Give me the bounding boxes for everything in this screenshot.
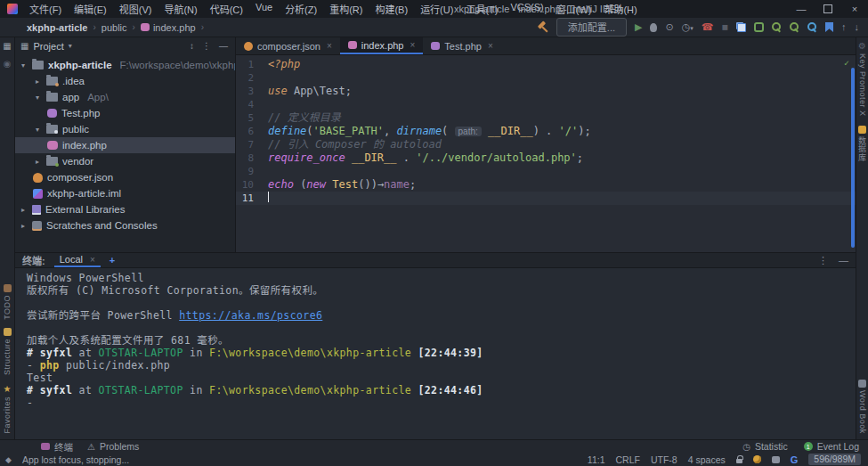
menu-item[interactable]: Vue [249, 0, 279, 18]
code-editor[interactable]: ✓ 1<?php23use App\Test;45// 定义根目录6define… [236, 55, 856, 252]
close-tab-icon[interactable]: × [327, 41, 332, 51]
tree-row[interactable]: ▸vendor [15, 153, 235, 169]
tree-row[interactable]: index.php [15, 137, 235, 153]
problems-bar-button[interactable]: ⚠ Problems [87, 441, 139, 452]
terminal-link[interactable]: https://aka.ms/pscore6 [179, 309, 322, 322]
line-number: 1 [236, 58, 268, 71]
robot-icon[interactable] [772, 456, 780, 463]
favorites-tool-button[interactable]: ★ Favorites [3, 384, 12, 434]
editor-scrollbar[interactable] [851, 68, 855, 248]
attach-process-icon[interactable]: ☎ [702, 22, 714, 32]
key-promoter-tool-button[interactable]: ⚙ Key Promoter X [858, 42, 867, 117]
event-log-button[interactable]: 1 Event Log [804, 441, 859, 452]
chevron-down-icon[interactable]: ▾ [33, 94, 42, 102]
terminal-options-kebab-icon[interactable]: ⋮ [818, 255, 828, 266]
chevron-right-icon[interactable]: ▸ [19, 222, 28, 230]
status-bar: ◆ App lost focus, stopping... 11:1 CRLF … [0, 453, 868, 466]
statistic-button[interactable]: ◷ Statistic [742, 441, 788, 452]
caret-position[interactable]: 11:1 [588, 454, 605, 465]
menu-item[interactable]: 导航(N) [158, 0, 203, 18]
terminal-hide-icon[interactable]: — [839, 255, 848, 266]
editor-tab-index.php[interactable]: index.php× [340, 37, 424, 54]
close-tab-icon[interactable]: × [488, 41, 493, 51]
word-book-tool-button[interactable]: Word Book [858, 380, 867, 434]
tree-row[interactable]: ▾xkphp-articleF:\workspace\demo\xkphp-ar… [15, 57, 235, 73]
menu-item[interactable]: 运行(U) [414, 0, 459, 18]
maximize-icon[interactable] [815, 0, 841, 18]
memory-indicator[interactable]: 596/989M [808, 454, 861, 465]
menu-item[interactable]: 重构(R) [323, 0, 369, 18]
line-ending[interactable]: CRLF [616, 454, 640, 465]
breadcrumb-item[interactable]: index.php [141, 22, 196, 33]
close-tab-icon[interactable]: × [410, 40, 416, 50]
options-kebab-icon[interactable]: ⋮ [202, 41, 211, 51]
run-icon[interactable]: ▶ [635, 22, 642, 32]
inspections-ok-icon[interactable]: ✓ [844, 56, 849, 69]
chevron-right-icon[interactable]: ▸ [33, 78, 42, 86]
replace-icon[interactable] [790, 22, 799, 32]
commit-tool-icon[interactable]: ◉ [4, 60, 12, 69]
terminal-bar-button[interactable]: 终端 [41, 440, 73, 454]
tree-row[interactable]: ▸External Libraries [15, 201, 235, 217]
menu-item[interactable]: 编辑(E) [68, 0, 113, 18]
menu-item[interactable]: 构建(B) [369, 0, 414, 18]
menu-item[interactable]: 文件(F) [23, 0, 68, 18]
chevron-down-icon[interactable]: ▾ [19, 61, 28, 69]
stop-icon[interactable]: ◼ [722, 23, 728, 31]
copy-icon[interactable] [736, 22, 746, 32]
tree-row[interactable]: xkphp-article.iml [15, 185, 235, 201]
chevron-right-icon[interactable]: ▸ [33, 158, 42, 166]
translate-g-icon[interactable]: G [791, 454, 799, 465]
profiler-icon[interactable]: ◷▾ [682, 22, 694, 32]
collapse-all-icon[interactable]: ↕ [190, 41, 194, 51]
find-icon[interactable] [772, 22, 782, 32]
editor-tab-composer.json[interactable]: composer.json× [236, 37, 340, 54]
tree-row[interactable]: ▾public [15, 121, 235, 137]
file-encoding[interactable]: UTF-8 [651, 454, 677, 465]
code-line: 4 [236, 98, 856, 111]
build-hammer-icon[interactable] [537, 21, 548, 33]
editor-tab-Test.php[interactable]: Test.php× [423, 37, 500, 54]
code-token: ) . [533, 125, 559, 137]
tree-row[interactable]: ▸.idea [15, 73, 235, 89]
tree-row[interactable]: ▾appApp\ [15, 89, 235, 105]
coverage-icon[interactable]: ⊙ [665, 22, 673, 32]
tool-window-switcher-icon[interactable]: ◆ [5, 455, 12, 464]
structure-tool-button[interactable]: Structure [3, 328, 12, 375]
breadcrumb-item[interactable]: public [101, 22, 127, 33]
debug-icon[interactable] [650, 23, 657, 32]
terminal-tool-icon[interactable] [754, 22, 764, 32]
breadcrumb-item[interactable]: xkphp-article [27, 22, 87, 33]
notification-gear-icon[interactable] [753, 455, 761, 463]
run-config-select[interactable]: 添加配置... [556, 18, 627, 37]
terminal-tab-local[interactable]: Local × [54, 253, 101, 267]
chevron-down-icon[interactable]: ▾ [33, 126, 42, 134]
menu-item[interactable]: 分析(Z) [279, 0, 323, 18]
terminal-output[interactable]: Windows PowerShell版权所有 (C) Microsoft Cor… [15, 268, 856, 439]
code-token: ( [442, 125, 454, 137]
database-tool-button[interactable]: 数据库 [856, 126, 868, 162]
bookmark-icon[interactable] [825, 22, 833, 32]
tree-row[interactable]: Test.php [15, 105, 235, 121]
close-tab-icon[interactable]: × [90, 255, 95, 265]
chevron-down-icon[interactable]: ▾ [69, 42, 72, 50]
new-terminal-icon[interactable]: + [110, 255, 115, 266]
close-icon[interactable]: × [841, 0, 868, 18]
tree-row[interactable]: composer.json [15, 169, 235, 185]
down-arrow-icon[interactable]: ↓ [855, 22, 860, 32]
project-tool-icon[interactable]: ▦ [3, 42, 11, 51]
terminal-line [27, 322, 856, 334]
lock-icon[interactable] [736, 459, 742, 463]
menu-item[interactable]: 视图(V) [113, 0, 158, 18]
up-arrow-icon[interactable]: ↑ [841, 22, 847, 32]
chevron-right-icon[interactable]: ▸ [19, 206, 28, 214]
code-token: // 引入 Composer 的 autoload [268, 138, 442, 151]
minimize-icon[interactable]: — [788, 0, 815, 18]
search-everywhere-icon[interactable] [807, 22, 817, 32]
todo-tool-button[interactable]: TODO [3, 284, 12, 320]
indent-setting[interactable]: 4 spaces [688, 454, 726, 465]
tree-row[interactable]: ▸Scratches and Consoles [15, 217, 235, 233]
project-panel-title[interactable]: Project [33, 41, 63, 52]
hide-panel-icon[interactable]: — [219, 41, 228, 51]
menu-item[interactable]: 代码(C) [204, 0, 249, 18]
